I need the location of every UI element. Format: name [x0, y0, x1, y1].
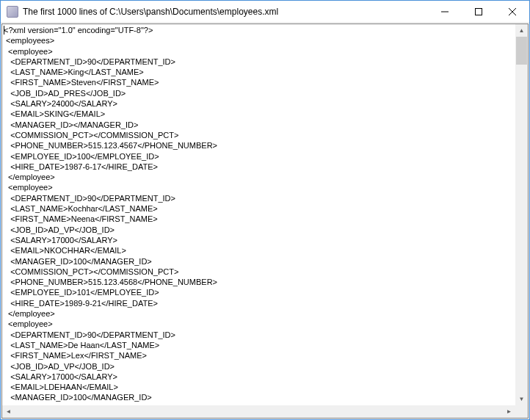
window-title: The first 1000 lines of C:\Users\pansh\D… — [23, 7, 428, 17]
svg-rect-1 — [476, 8, 482, 15]
vertical-scrollbar[interactable]: ▲ ▼ — [515, 24, 528, 405]
titlebar[interactable]: The first 1000 lines of C:\Users\pansh\D… — [1, 1, 529, 23]
maximize-icon — [475, 8, 482, 15]
horizontal-scrollbar[interactable]: ◄ ► — [2, 405, 515, 418]
minimize-button[interactable] — [428, 1, 462, 22]
scroll-left-arrow[interactable]: ◄ — [2, 405, 15, 418]
window-frame: The first 1000 lines of C:\Users\pansh\D… — [0, 0, 530, 420]
app-icon — [7, 6, 18, 18]
scroll-up-arrow[interactable]: ▲ — [515, 24, 528, 37]
scroll-right-arrow[interactable]: ► — [503, 405, 515, 418]
close-button[interactable] — [495, 1, 529, 22]
window-controls — [428, 1, 529, 22]
scrollbar-corner — [515, 405, 528, 418]
vertical-scroll-thumb[interactable] — [516, 37, 527, 65]
maximize-button[interactable] — [462, 1, 495, 22]
content-area: <?xml version="1.0" encoding="UTF-8"?> <… — [1, 23, 529, 419]
scroll-down-arrow[interactable]: ▼ — [515, 393, 528, 405]
minimize-icon — [441, 8, 449, 15]
xml-text-view[interactable]: <?xml version="1.0" encoding="UTF-8"?> <… — [2, 24, 515, 405]
close-icon — [509, 8, 516, 15]
